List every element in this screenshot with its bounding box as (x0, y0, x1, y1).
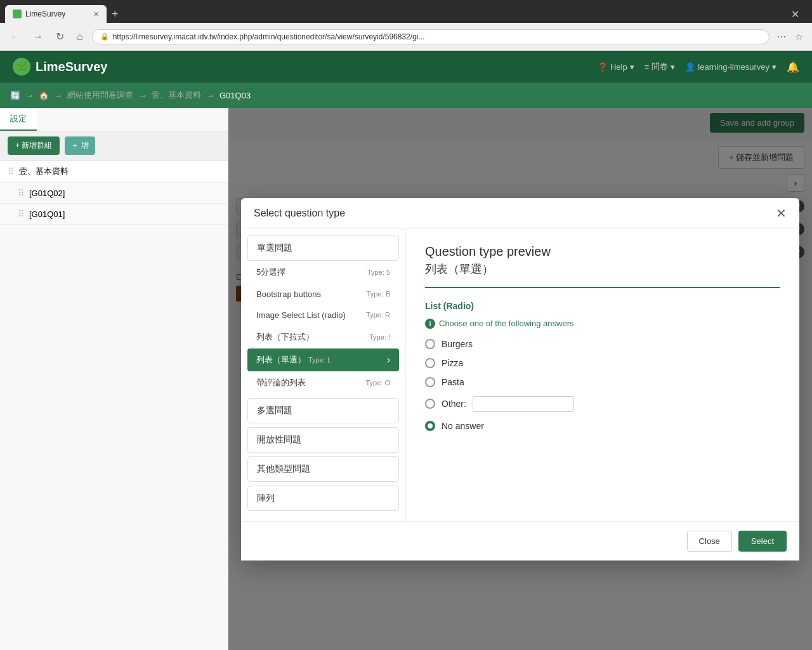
preview-list-label: List (Radio) (425, 301, 780, 311)
preview-info: i Choose one of the following answers (425, 319, 780, 329)
group-label: 壹、基本資料 (19, 166, 69, 177)
extensions-icon[interactable]: ⋯ (775, 30, 789, 43)
other-label: Other: (442, 399, 466, 409)
breadcrumb-sep-1: → (54, 91, 62, 100)
breadcrumb-arrow-1: → (25, 91, 34, 100)
reload-button[interactable]: ↻ (52, 28, 68, 45)
breadcrumb-group-link[interactable]: 壹、基本資料 (152, 90, 201, 101)
browser-tab[interactable]: LimeSurvey ✕ (5, 5, 107, 23)
modal-close-button[interactable]: ✕ (776, 207, 787, 220)
qtype-items-single: 5分選擇 Type: 5 Bootstrap buttons Type: B I… (247, 261, 399, 394)
breadcrumb-current: G01Q03 (219, 91, 251, 100)
breadcrumb-sep-2: → (138, 91, 147, 100)
qtype-item-list-dropdown[interactable]: 列表（下拉式） Type: ! (247, 326, 399, 348)
preview-option-other: Other: (425, 396, 780, 412)
radio-other (425, 399, 435, 409)
main-content: 設定 + 新增群組 ＋ 增 ⠿ 壹、基本資料 ⠿ [G01Q02] ⠿ [G01… (0, 108, 812, 650)
qtype-group-array-header[interactable]: 陣列 (247, 486, 399, 511)
tab-favicon (13, 10, 22, 18)
header-right: ❓ Help ▾ ≡ 問卷 ▾ 👤 learning-limesurvey ▾ … (598, 61, 799, 73)
lock-icon: 🔒 (100, 32, 109, 41)
qtype-item-list-comment[interactable]: 帶評論的列表 Type: O (247, 371, 399, 394)
notification-bell-icon[interactable]: 🔔 (787, 61, 799, 73)
modal-body: 單選問題 5分選擇 Type: 5 Bootstrap buttons Type… (241, 229, 799, 521)
select-button[interactable]: Select (738, 531, 787, 552)
drag-handle-icon-q2: ⠿ (18, 209, 24, 219)
breadcrumb-home[interactable]: 🏠 (39, 91, 49, 100)
modal-title: Select question type (254, 208, 345, 219)
app-header: 🌿 LimeSurvey ❓ Help ▾ ≡ 問卷 ▾ 👤 learning-… (0, 51, 812, 83)
modal-footer: Close Select (241, 521, 799, 560)
breadcrumb-sep-3: → (206, 91, 214, 100)
close-button[interactable]: Close (687, 531, 732, 552)
radio-burgers (425, 339, 435, 349)
panel-nav: 設定 (0, 108, 228, 131)
preview-title: Question type preview (425, 244, 780, 259)
back-button[interactable]: ← (6, 29, 24, 45)
info-icon: i (425, 319, 435, 329)
preview-option-pizza: Pizza (425, 358, 780, 368)
add-item-button[interactable]: ＋ 增 (65, 136, 95, 155)
address-bar[interactable]: 🔒 https://limesurvey.imacat.idv.tw/index… (92, 29, 769, 44)
question-type-preview: Question type preview 列表（單選） List (Radio… (406, 229, 799, 521)
url-text: https://limesurvey.imacat.idv.tw/index.p… (113, 32, 761, 41)
modal-header: Select question type ✕ (241, 198, 799, 229)
new-tab-button[interactable]: + (107, 8, 124, 21)
radio-pasta (425, 377, 435, 387)
left-panel: 設定 + 新增群組 ＋ 增 ⠿ 壹、基本資料 ⠿ [G01Q02] ⠿ [G01… (0, 108, 228, 650)
right-panel: Save and add group + 儲存並新增問題 › ? (228, 108, 812, 650)
qtype-group-array: 陣列 (247, 486, 399, 511)
preview-option-no-answer: No answer (425, 421, 780, 431)
qtype-item-bootstrap[interactable]: Bootstrap buttons Type: B (247, 284, 399, 305)
add-group-button[interactable]: + 新增群組 (8, 136, 60, 155)
qtype-group-other: 其他類型問題 (247, 456, 399, 482)
modal-overlay: Select question type ✕ 單選問題 (228, 108, 812, 650)
active-arrow-icon: › (387, 354, 390, 366)
breadcrumb-home-icon[interactable]: 🔄 (10, 91, 20, 100)
qtype-group-open: 開放性問題 (247, 427, 399, 453)
qtype-group-multiple-header[interactable]: 多選問題 (247, 398, 399, 423)
select-question-type-modal: Select question type ✕ 單選問題 (241, 198, 799, 560)
group-item[interactable]: ⠿ 壹、基本資料 (0, 161, 228, 183)
qtype-group-multiple: 多選問題 (247, 398, 399, 423)
surveys-button[interactable]: ≡ 問卷 ▾ (645, 61, 676, 72)
preview-option-pasta: Pasta (425, 377, 780, 387)
qtype-group-other-header[interactable]: 其他類型問題 (247, 456, 399, 482)
qtype-item-five-point[interactable]: 5分選擇 Type: 5 (247, 261, 399, 284)
drag-handle-icon: ⠿ (8, 166, 14, 176)
preview-divider (425, 287, 780, 288)
qtype-item-list-radio[interactable]: 列表（單選） Type: L › (247, 348, 399, 371)
logo-icon: 🌿 (13, 58, 30, 76)
app-logo: 🌿 LimeSurvey (13, 58, 107, 76)
action-bar: + 新增群組 ＋ 增 (0, 131, 228, 161)
browser-close-button[interactable]: ✕ (783, 8, 807, 20)
help-button[interactable]: ❓ Help ▾ (598, 62, 634, 72)
breadcrumb: 🔄 → 🏠 → 網站使用問卷調查 → 壹、基本資料 → G01Q03 (0, 83, 812, 108)
home-button[interactable]: ⌂ (73, 29, 87, 45)
radio-no-answer (425, 421, 435, 431)
qtype-group-single-header[interactable]: 單選問題 (247, 235, 399, 261)
question-item-1[interactable]: ⠿ [G01Q02] (0, 183, 228, 204)
tab-close-icon[interactable]: ✕ (93, 10, 99, 18)
app-name: LimeSurvey (36, 60, 107, 74)
qtype-group-single: 單選問題 5分選擇 Type: 5 Bootstrap buttons Type… (247, 235, 399, 394)
settings-tab[interactable]: 設定 (0, 108, 37, 131)
forward-button[interactable]: → (29, 29, 47, 45)
user-button[interactable]: 👤 learning-limesurvey ▾ (685, 62, 776, 72)
question-item-2[interactable]: ⠿ [G01Q01] (0, 204, 228, 225)
breadcrumb-survey-link[interactable]: 網站使用問卷調查 (67, 90, 133, 101)
qtype-item-image-select[interactable]: Image Select List (radio) Type: R (247, 305, 399, 326)
preview-option-burgers: Burgers (425, 339, 780, 349)
question-1-label: [G01Q02] (29, 189, 65, 198)
bookmark-icon[interactable]: ☆ (792, 30, 806, 43)
radio-pizza (425, 358, 435, 368)
tab-label: LimeSurvey (25, 10, 65, 18)
preview-subtitle: 列表（單選） (425, 262, 780, 277)
question-2-label: [G01Q01] (29, 209, 65, 219)
question-type-sidebar: 單選問題 5分選擇 Type: 5 Bootstrap buttons Type… (241, 229, 406, 521)
qtype-group-open-header[interactable]: 開放性問題 (247, 427, 399, 453)
other-input[interactable] (473, 396, 574, 412)
drag-handle-icon-q1: ⠿ (18, 188, 24, 198)
no-answer-label: No answer (442, 421, 484, 431)
